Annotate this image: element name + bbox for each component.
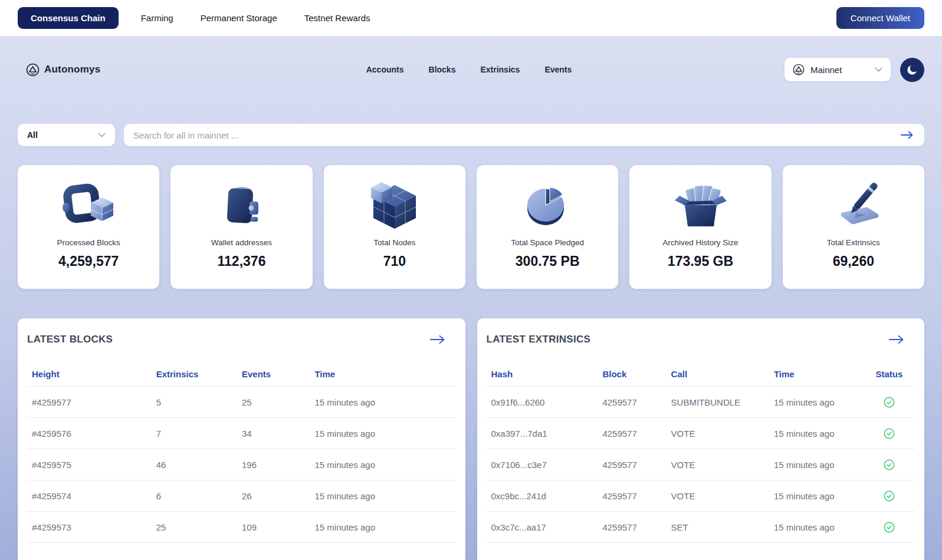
arrow-right-icon bbox=[889, 335, 904, 344]
block-height-link[interactable]: #4259574 bbox=[27, 491, 152, 501]
column-header-time: Time bbox=[310, 369, 455, 379]
nav-link-farming[interactable]: Farming bbox=[141, 13, 173, 23]
explorer-nav-extrinsics[interactable]: Extrinsics bbox=[480, 65, 520, 74]
autonomys-brand[interactable]: Autonomys bbox=[26, 63, 100, 77]
chevron-down-icon bbox=[98, 133, 106, 137]
stat-label: Processed Blocks bbox=[57, 238, 120, 247]
stat-value: 173.95 GB bbox=[668, 253, 733, 269]
block-time: 15 minutes ago bbox=[310, 460, 455, 470]
search-filter-select[interactable]: All bbox=[18, 124, 115, 146]
pie-3d-icon bbox=[518, 177, 577, 233]
moon-icon bbox=[906, 64, 918, 76]
table-row[interactable]: 0x7106...c3e7 4259577 VOTE 15 minutes ag… bbox=[487, 449, 915, 480]
search-bar bbox=[124, 124, 924, 146]
brand-name: Autonomys bbox=[44, 64, 100, 75]
nav-link-testnet-rewards[interactable]: Testnet Rewards bbox=[304, 13, 370, 23]
table-header-row: Hash Block Call Time Status bbox=[487, 362, 915, 387]
success-status-icon bbox=[864, 522, 915, 533]
stat-card-archived-history-size: Archived History Size 173.95 GB bbox=[629, 165, 771, 289]
block-time: 15 minutes ago bbox=[310, 429, 455, 439]
extrinsic-hash-link[interactable]: 0xa397...7da1 bbox=[487, 429, 598, 439]
block-events-count: 109 bbox=[237, 522, 310, 532]
search-filter-value: All bbox=[27, 130, 38, 140]
column-header-call: Call bbox=[667, 369, 769, 379]
success-status-icon bbox=[864, 490, 915, 502]
block-extrinsics-count: 7 bbox=[152, 429, 237, 439]
extrinsic-call: VOTE bbox=[667, 460, 769, 470]
connect-wallet-button[interactable]: Connect Wallet bbox=[836, 7, 924, 29]
stat-card-total-space-pledged: Total Space Pledged 300.75 PB bbox=[477, 165, 618, 289]
column-header-block: Block bbox=[598, 369, 666, 379]
explorer-nav-accounts[interactable]: Accounts bbox=[366, 65, 404, 74]
block-events-count: 196 bbox=[237, 460, 310, 470]
arrow-right-icon bbox=[430, 335, 445, 344]
stat-label: Archived History Size bbox=[662, 238, 738, 247]
table-row[interactable]: #4259574 6 26 15 minutes ago bbox=[27, 480, 456, 512]
arrow-right-icon bbox=[901, 131, 914, 139]
stat-card-processed-blocks: Processed Blocks 4,259,577 bbox=[18, 165, 159, 289]
header-controls: Mainnet bbox=[785, 58, 924, 82]
table-row[interactable]: 0x91f6...6260 4259577 SUBMITBUNDLE 15 mi… bbox=[487, 387, 915, 418]
stat-label: Wallet addresses bbox=[211, 238, 272, 247]
extrinsic-call: VOTE bbox=[667, 491, 769, 501]
latest-blocks-card: LATEST BLOCKS Height Extrinsics Events T… bbox=[18, 318, 465, 560]
block-height-link[interactable]: #4259573 bbox=[27, 522, 152, 532]
extrinsic-hash-link[interactable]: 0x7106...c3e7 bbox=[487, 460, 598, 470]
column-header-hash: Hash bbox=[487, 369, 598, 379]
stat-card-total-extrinsics: Total Extrinsics 69,260 bbox=[783, 165, 924, 289]
stat-card-total-nodes: Total Nodes 710 bbox=[324, 165, 465, 289]
column-header-events: Events bbox=[237, 369, 310, 379]
explorer-nav-events[interactable]: Events bbox=[544, 65, 572, 74]
latest-blocks-view-all-button[interactable] bbox=[428, 332, 448, 347]
stat-value: 710 bbox=[383, 253, 406, 269]
extrinsic-call: SET bbox=[667, 522, 769, 532]
explorer-nav-blocks[interactable]: Blocks bbox=[429, 65, 456, 74]
network-selector[interactable]: Mainnet bbox=[785, 58, 891, 81]
extrinsic-hash-link[interactable]: 0x3c7c...aa17 bbox=[487, 522, 598, 532]
extrinsic-block-number: 4259577 bbox=[598, 491, 666, 501]
explorer-nav: Accounts Blocks Extrinsics Events bbox=[366, 65, 572, 74]
explorer-body: Autonomys Accounts Blocks Extrinsics Eve… bbox=[0, 36, 942, 560]
table-row[interactable]: 0xc9bc...241d 4259577 VOTE 15 minutes ag… bbox=[487, 480, 915, 512]
table-row[interactable]: #4259576 7 34 15 minutes ago bbox=[27, 418, 456, 449]
block-extrinsics-count: 5 bbox=[152, 397, 237, 407]
column-header-height: Height bbox=[27, 369, 152, 379]
latest-blocks-title: LATEST BLOCKS bbox=[27, 334, 113, 345]
nav-link-permanent-storage[interactable]: Permanent Storage bbox=[201, 13, 277, 23]
network-selected-value: Mainnet bbox=[810, 65, 842, 75]
consensus-chain-button[interactable]: Consensus Chain bbox=[18, 7, 119, 29]
nodes-cube-3d-icon bbox=[365, 177, 424, 233]
page-root: Consensus Chain Farming Permanent Storag… bbox=[0, 0, 942, 560]
stat-value: 69,260 bbox=[833, 253, 874, 269]
block-height-link[interactable]: #4259575 bbox=[27, 460, 152, 470]
table-row[interactable]: #4259577 5 25 15 minutes ago bbox=[27, 387, 456, 418]
block-extrinsics-count: 6 bbox=[152, 491, 237, 501]
table-row[interactable]: #4259573 25 109 15 minutes ago bbox=[27, 512, 456, 543]
archive-box-3d-icon bbox=[671, 177, 730, 233]
dark-mode-toggle[interactable] bbox=[900, 58, 924, 82]
extrinsic-block-number: 4259577 bbox=[598, 397, 666, 407]
extrinsic-block-number: 4259577 bbox=[598, 460, 666, 470]
search-input[interactable] bbox=[133, 130, 900, 140]
search-submit-button[interactable] bbox=[900, 130, 915, 140]
block-events-count: 25 bbox=[237, 397, 310, 407]
table-row[interactable]: #4259575 46 196 15 minutes ago bbox=[27, 449, 456, 480]
latest-extrinsics-view-all-button[interactable] bbox=[887, 332, 907, 347]
block-height-link[interactable]: #4259577 bbox=[27, 397, 152, 407]
success-status-icon bbox=[864, 428, 915, 439]
stat-value: 4,259,577 bbox=[58, 253, 119, 269]
extrinsic-time: 15 minutes ago bbox=[769, 491, 864, 501]
block-height-link[interactable]: #4259576 bbox=[27, 429, 152, 439]
block-events-count: 26 bbox=[237, 491, 310, 501]
table-row[interactable]: 0xa397...7da1 4259577 VOTE 15 minutes ag… bbox=[487, 418, 915, 449]
extrinsic-hash-link[interactable]: 0xc9bc...241d bbox=[487, 491, 598, 501]
search-section: All bbox=[18, 124, 924, 146]
top-nav-links: Farming Permanent Storage Testnet Reward… bbox=[141, 13, 370, 23]
table-header-row: Height Extrinsics Events Time bbox=[27, 362, 456, 387]
block-time: 15 minutes ago bbox=[310, 491, 455, 501]
pen-3d-icon bbox=[824, 177, 883, 233]
table-row[interactable]: 0x3c7c...aa17 4259577 SET 15 minutes ago bbox=[487, 512, 915, 543]
explorer-header: Autonomys Accounts Blocks Extrinsics Eve… bbox=[18, 55, 924, 84]
extrinsic-call: VOTE bbox=[667, 429, 769, 439]
extrinsic-hash-link[interactable]: 0x91f6...6260 bbox=[487, 397, 598, 407]
